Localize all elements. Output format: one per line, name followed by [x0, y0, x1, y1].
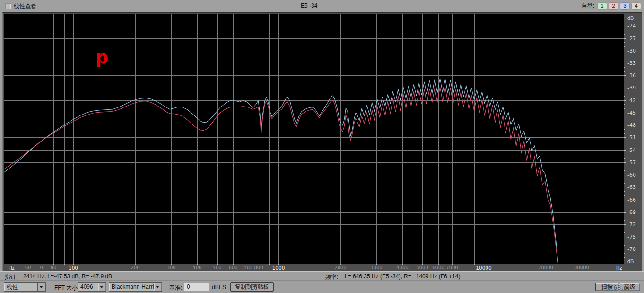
- db-tick: [624, 212, 626, 213]
- scan-button[interactable]: 扫描: [595, 283, 618, 291]
- db-tick: [624, 262, 625, 262]
- copy-to-clipboard-button[interactable]: 复制到剪贴板: [230, 282, 274, 292]
- spectrum-svg: p: [4, 14, 624, 264]
- db-tick: [624, 92, 625, 92]
- freq-label: 2000: [334, 265, 346, 270]
- db-tick: [624, 117, 625, 117]
- freq-label: 200: [131, 265, 139, 270]
- db-label: -42: [627, 98, 636, 104]
- freq-label: 6000: [432, 265, 444, 270]
- db-tick: [624, 129, 625, 130]
- freq-label: 500: [212, 265, 221, 270]
- db-tick: [624, 108, 625, 109]
- db-tick: [624, 257, 625, 258]
- bootstrap-button-2[interactable]: 2: [609, 2, 618, 10]
- db-tick: [624, 63, 626, 63]
- db-tick: [624, 150, 626, 151]
- db-tick: [624, 59, 625, 59]
- db-tick: [624, 125, 626, 125]
- db-tick: [624, 170, 625, 171]
- db-tick: [624, 224, 626, 225]
- scale-select-value: 线性: [4, 283, 37, 291]
- freq-label: 70: [39, 265, 45, 270]
- freq-label: 5000: [416, 265, 428, 270]
- db-tick: [624, 216, 625, 216]
- spectrum-plot[interactable]: p: [4, 14, 624, 264]
- db-unit-bottom: dB: [627, 258, 634, 264]
- freq-label: 10000: [476, 265, 491, 271]
- db-label: -24: [627, 23, 636, 29]
- fft-size-select[interactable]: 4096: [78, 282, 106, 292]
- chevron-down-icon[interactable]: [98, 283, 106, 291]
- frequency-value: L= 646.35 Hz (E5 -34), R= 1409 Hz (F6 +1…: [345, 273, 460, 280]
- db-tick: [624, 22, 625, 22]
- db-tick: [624, 42, 625, 43]
- db-tick: [624, 237, 626, 237]
- freq-label: 7000: [446, 265, 458, 270]
- freq-tick: [12, 264, 12, 265]
- db-tick: [624, 34, 625, 35]
- db-tick: [624, 38, 626, 39]
- db-label: -33: [627, 60, 636, 66]
- db-label: -69: [627, 209, 636, 215]
- db-label: -45: [627, 110, 636, 116]
- window-function-select[interactable]: Blackmann-Harris: [109, 282, 162, 292]
- db-tick: [624, 133, 625, 134]
- reference-input[interactable]: [184, 283, 209, 291]
- db-tick: [624, 137, 626, 138]
- reference-unit: dBFS: [212, 284, 226, 291]
- db-tick: [624, 167, 625, 167]
- bootstrap-button-3[interactable]: 3: [620, 2, 630, 10]
- db-tick: [624, 84, 625, 84]
- db-label: -27: [627, 36, 636, 42]
- db-tick: [624, 96, 625, 97]
- chevron-down-icon[interactable]: [154, 283, 162, 291]
- frequency-analysis-window: 线性查看 E5 -34 自举: 1 2 3 4 p dBdB-24-27-30-…: [0, 0, 644, 293]
- freq-label: 800: [254, 265, 263, 270]
- status-bar: 指针: 2414 Hz, L=-47.53 dB, R= -47.9 dB 频率…: [0, 271, 644, 281]
- db-label: -63: [627, 184, 636, 190]
- db-tick: [624, 241, 625, 241]
- db-tick: [624, 154, 625, 154]
- db-label: -60: [627, 172, 636, 178]
- hz-unit-right: Hz: [616, 265, 622, 271]
- db-label: -75: [627, 234, 636, 240]
- db-label: -54: [627, 147, 636, 153]
- advanced-button[interactable]: 高级: [619, 283, 640, 291]
- db-tick: [624, 195, 625, 196]
- chevron-down-icon[interactable]: [37, 283, 45, 291]
- freq-label: 400: [192, 265, 201, 270]
- db-tick: [624, 162, 626, 163]
- db-tick: [624, 88, 626, 88]
- db-tick: [624, 104, 625, 105]
- scale-select[interactable]: 线性: [4, 282, 46, 292]
- fft-size-label: FFT 大小:: [54, 284, 79, 292]
- frequency-axis: HzHz607080100200300400500600700800100020…: [4, 264, 624, 271]
- bootstrap-button-1[interactable]: 1: [597, 2, 607, 10]
- db-label: -30: [627, 48, 636, 54]
- db-tick: [624, 249, 626, 249]
- bootstrap-button-4[interactable]: 4: [631, 2, 641, 10]
- freq-label: 20000: [538, 265, 553, 270]
- db-tick: [624, 208, 625, 208]
- db-label: -39: [627, 85, 636, 91]
- db-tick: [624, 200, 626, 200]
- db-tick: [624, 183, 625, 184]
- db-tick: [624, 253, 625, 254]
- db-tick: [624, 30, 625, 30]
- db-tick: [624, 204, 625, 204]
- freq-label: 30000: [574, 265, 589, 270]
- db-tick: [624, 67, 625, 68]
- bootstrap-group: 自举: 1 2 3 4: [582, 2, 641, 10]
- topbar: 线性查看 E5 -34 自举: 1 2 3 4: [0, 0, 644, 12]
- db-tick: [624, 100, 626, 101]
- db-label: -57: [627, 160, 636, 166]
- linear-view-checkbox[interactable]: [5, 3, 11, 9]
- db-tick: [624, 46, 625, 47]
- db-tick: [624, 51, 626, 51]
- reference-label: 基准:: [169, 284, 182, 292]
- db-tick: [624, 142, 625, 142]
- db-unit-top: dB: [627, 15, 634, 21]
- bootstrap-label: 自举:: [582, 2, 594, 10]
- db-axis: dBdB-24-27-30-33-36-39-42-45-48-51-54-57…: [624, 14, 641, 270]
